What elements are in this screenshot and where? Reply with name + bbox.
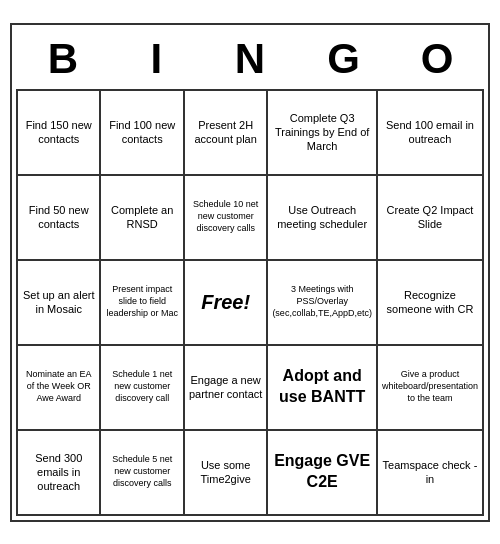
bingo-cell-5: Find 50 new contacts bbox=[18, 176, 101, 261]
bingo-cell-18: Adopt and use BANTT bbox=[268, 346, 378, 431]
bingo-cell-20: Send 300 emails in outreach bbox=[18, 431, 101, 516]
bingo-cell-2: Present 2H account plan bbox=[185, 91, 268, 176]
bingo-cell-14: Recognize someone with CR bbox=[378, 261, 484, 346]
bingo-letter-n: N bbox=[206, 35, 294, 83]
bingo-cell-13: 3 Meetings with PSS/Overlay (sec,collab,… bbox=[268, 261, 378, 346]
bingo-cell-7: Schedule 10 net new customer discovery c… bbox=[185, 176, 268, 261]
bingo-cell-23: Engage GVE C2E bbox=[268, 431, 378, 516]
bingo-cell-6: Complete an RNSD bbox=[101, 176, 184, 261]
bingo-header: BINGO bbox=[16, 29, 484, 89]
bingo-letter-b: B bbox=[19, 35, 107, 83]
bingo-cell-8: Use Outreach meeting scheduler bbox=[268, 176, 378, 261]
bingo-cell-12: Free! bbox=[185, 261, 268, 346]
bingo-letter-i: I bbox=[112, 35, 200, 83]
bingo-cell-0: Find 150 new contacts bbox=[18, 91, 101, 176]
bingo-cell-19: Give a product whiteboard/presentation t… bbox=[378, 346, 484, 431]
bingo-card: BINGO Find 150 new contactsFind 100 new … bbox=[10, 23, 490, 522]
bingo-letter-g: G bbox=[300, 35, 388, 83]
bingo-grid: Find 150 new contactsFind 100 new contac… bbox=[16, 89, 484, 516]
bingo-cell-11: Present impact slide to field leadership… bbox=[101, 261, 184, 346]
bingo-letter-o: O bbox=[393, 35, 481, 83]
bingo-cell-22: Use some Time2give bbox=[185, 431, 268, 516]
bingo-cell-9: Create Q2 Impact Slide bbox=[378, 176, 484, 261]
bingo-cell-4: Send 100 email in outreach bbox=[378, 91, 484, 176]
bingo-cell-17: Engage a new partner contact bbox=[185, 346, 268, 431]
bingo-cell-21: Schedule 5 net new customer discovery ca… bbox=[101, 431, 184, 516]
bingo-cell-10: Set up an alert in Mosaic bbox=[18, 261, 101, 346]
bingo-cell-15: Nominate an EA of the Week OR Awe Award bbox=[18, 346, 101, 431]
bingo-cell-3: Complete Q3 Trainings by End of March bbox=[268, 91, 378, 176]
bingo-cell-16: Schedule 1 net new customer discovery ca… bbox=[101, 346, 184, 431]
bingo-cell-24: Teamspace check - in bbox=[378, 431, 484, 516]
bingo-cell-1: Find 100 new contacts bbox=[101, 91, 184, 176]
